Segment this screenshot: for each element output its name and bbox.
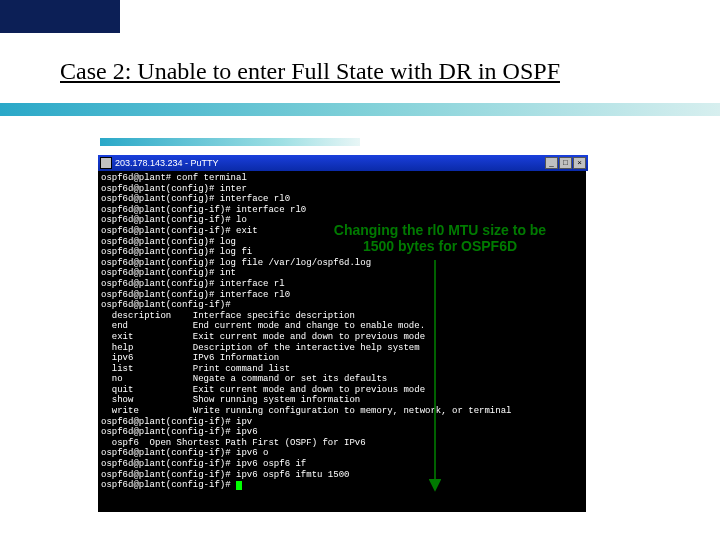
- title-underline-bar: [0, 103, 720, 116]
- cursor-icon: [236, 481, 242, 490]
- annotation-text: Changing the rl0 MTU size to be 1500 byt…: [330, 222, 550, 254]
- putty-icon: [100, 157, 112, 169]
- window-buttons: _ □ ×: [545, 157, 588, 169]
- window-titlebar: 203.178.143.234 - PuTTY _ □ ×: [98, 155, 588, 171]
- arrow-icon: [415, 260, 475, 500]
- subtitle-bar: [100, 138, 360, 146]
- maximize-button[interactable]: □: [559, 157, 572, 169]
- decorative-block: [0, 0, 120, 33]
- close-button[interactable]: ×: [573, 157, 586, 169]
- minimize-button[interactable]: _: [545, 157, 558, 169]
- slide-title: Case 2: Unable to enter Full State with …: [60, 58, 700, 85]
- window-title: 203.178.143.234 - PuTTY: [115, 158, 219, 168]
